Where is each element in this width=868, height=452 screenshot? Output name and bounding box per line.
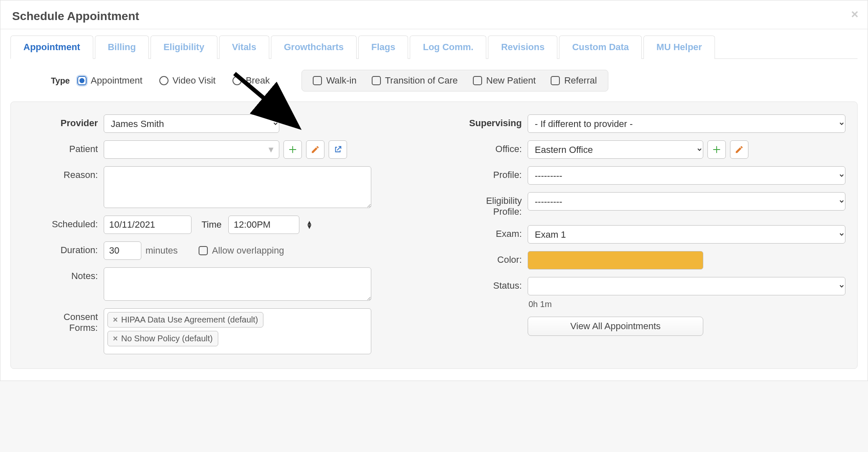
add-office-button[interactable] bbox=[707, 140, 726, 159]
schedule-appointment-modal: Schedule Appointment × AppointmentBillin… bbox=[0, 0, 868, 381]
patient-input[interactable] bbox=[104, 140, 279, 159]
status-select[interactable] bbox=[528, 277, 845, 295]
checkbox-icon bbox=[313, 76, 322, 85]
tab-appointment[interactable]: Appointment bbox=[10, 36, 93, 59]
share-icon bbox=[333, 145, 342, 154]
office-select[interactable]: Eastern Office bbox=[528, 140, 703, 159]
tab-eligibility[interactable]: Eligibility bbox=[151, 36, 217, 59]
attr-check-new-patient[interactable]: New Patient bbox=[473, 75, 536, 86]
status-label: Status: bbox=[447, 277, 522, 291]
edit-patient-button[interactable] bbox=[306, 140, 324, 159]
allow-overlap-label: Allow overlapping bbox=[212, 245, 284, 256]
modal-body: AppointmentBillingEligibilityVitalsGrowt… bbox=[0, 29, 868, 381]
checkbox-label: Walk-in bbox=[326, 75, 357, 86]
tag-label: No Show Policy (default) bbox=[121, 334, 213, 343]
checkbox-label: Transition of Care bbox=[385, 75, 458, 86]
radio-icon bbox=[77, 76, 87, 85]
profile-row: Profile: --------- bbox=[447, 166, 845, 185]
consent-tag[interactable]: ×No Show Policy (default) bbox=[107, 331, 218, 346]
pencil-icon bbox=[311, 145, 320, 154]
time-label: Time bbox=[202, 219, 222, 230]
close-icon[interactable]: × bbox=[851, 8, 858, 20]
notes-label: Notes: bbox=[23, 267, 98, 282]
type-label: Type bbox=[51, 76, 77, 86]
provider-row: Provider James Smith bbox=[23, 114, 421, 133]
checkbox-icon bbox=[473, 76, 482, 85]
notes-row: Notes: bbox=[23, 267, 421, 301]
consent-label: ConsentForms: bbox=[23, 308, 98, 334]
exam-row: Exam: Exam 1 bbox=[447, 225, 845, 244]
exam-select[interactable]: Exam 1 bbox=[528, 225, 845, 244]
tab-billing[interactable]: Billing bbox=[95, 36, 149, 59]
left-column: Provider James Smith Patient ▼ bbox=[23, 114, 421, 354]
checkbox-icon bbox=[551, 76, 560, 85]
status-duration: 0h 1m bbox=[528, 300, 845, 309]
tab-custom-data[interactable]: Custom Data bbox=[559, 36, 642, 59]
duration-unit: minutes bbox=[146, 245, 178, 256]
attr-check-transition-of-care[interactable]: Transition of Care bbox=[372, 75, 458, 86]
scheduled-row: Scheduled: Time ▲ ▼ bbox=[23, 216, 421, 234]
type-radio-break[interactable]: Break bbox=[232, 75, 270, 86]
reason-row: Reason: bbox=[23, 166, 421, 208]
supervising-row: Supervising - If different to provider - bbox=[447, 114, 845, 133]
scheduled-date-input[interactable] bbox=[104, 216, 191, 234]
patient-row: Patient ▼ bbox=[23, 140, 421, 159]
checkbox-icon bbox=[372, 76, 381, 85]
consent-tag-box[interactable]: ×HIPAA Data Use Agreement (default)×No S… bbox=[104, 308, 371, 354]
remove-tag-icon[interactable]: × bbox=[113, 334, 118, 343]
attr-check-referral[interactable]: Referral bbox=[551, 75, 597, 86]
type-radio-video-visit[interactable]: Video Visit bbox=[159, 75, 216, 86]
view-all-appointments-button[interactable]: View All Appointments bbox=[528, 317, 703, 336]
chevron-down-icon[interactable]: ▼ bbox=[306, 225, 313, 229]
attr-check-walk-in[interactable]: Walk-in bbox=[313, 75, 357, 86]
provider-label: Provider bbox=[23, 114, 98, 129]
attribute-checkbox-group: Walk-inTransition of CareNew PatientRefe… bbox=[301, 70, 608, 91]
edit-office-button[interactable] bbox=[730, 140, 748, 159]
tag-label: HIPAA Data Use Agreement (default) bbox=[121, 315, 258, 325]
open-patient-button[interactable] bbox=[329, 140, 347, 159]
eligibility-profile-select[interactable]: --------- bbox=[528, 192, 845, 211]
notes-textarea[interactable] bbox=[104, 267, 371, 301]
tab-bar: AppointmentBillingEligibilityVitalsGrowt… bbox=[10, 35, 858, 59]
duration-label: Duration: bbox=[23, 241, 98, 256]
reason-textarea[interactable] bbox=[104, 166, 371, 208]
consent-tag[interactable]: ×HIPAA Data Use Agreement (default) bbox=[107, 312, 263, 328]
radio-icon bbox=[159, 76, 168, 85]
tab-growthcharts[interactable]: Growthcharts bbox=[271, 36, 357, 59]
radio-label: Break bbox=[246, 75, 270, 86]
tab-flags[interactable]: Flags bbox=[358, 36, 408, 59]
supervising-label: Supervising bbox=[447, 114, 522, 129]
supervising-select[interactable]: - If different to provider - bbox=[528, 114, 845, 133]
eligibility-profile-row: EligibilityProfile: --------- bbox=[447, 192, 845, 218]
duration-input[interactable] bbox=[104, 241, 141, 260]
tab-vitals[interactable]: Vitals bbox=[219, 36, 269, 59]
modal-header: Schedule Appointment × bbox=[0, 0, 868, 29]
remove-tag-icon[interactable]: × bbox=[113, 315, 118, 325]
exam-label: Exam: bbox=[447, 225, 522, 239]
color-swatch[interactable] bbox=[528, 251, 703, 269]
profile-label: Profile: bbox=[447, 166, 522, 180]
time-stepper[interactable]: ▲ ▼ bbox=[306, 221, 313, 229]
radio-label: Video Visit bbox=[173, 75, 216, 86]
tab-mu-helper[interactable]: MU Helper bbox=[643, 36, 715, 59]
type-radio-appointment[interactable]: Appointment bbox=[77, 75, 143, 86]
patient-label: Patient bbox=[23, 140, 98, 155]
checkbox-label: Referral bbox=[564, 75, 597, 86]
allow-overlap-checkbox[interactable] bbox=[199, 246, 208, 255]
color-row: Color: bbox=[447, 251, 845, 269]
provider-select[interactable]: James Smith bbox=[104, 114, 279, 133]
add-patient-button[interactable] bbox=[283, 140, 302, 159]
color-label: Color: bbox=[447, 251, 522, 265]
scheduled-label: Scheduled: bbox=[23, 216, 98, 230]
tab-log-comm-[interactable]: Log Comm. bbox=[410, 36, 486, 59]
pencil-icon bbox=[735, 145, 744, 154]
profile-select[interactable]: --------- bbox=[528, 166, 845, 185]
type-row: Type AppointmentVideo VisitBreak Walk-in… bbox=[10, 59, 858, 102]
scheduled-time-input[interactable] bbox=[228, 216, 299, 234]
reason-label: Reason: bbox=[23, 166, 98, 180]
radio-icon bbox=[232, 76, 242, 85]
duration-row: Duration: minutes Allow overlapping bbox=[23, 241, 421, 260]
office-label: Office: bbox=[447, 140, 522, 155]
tab-revisions[interactable]: Revisions bbox=[488, 36, 557, 59]
consent-row: ConsentForms: ×HIPAA Data Use Agreement … bbox=[23, 308, 421, 354]
